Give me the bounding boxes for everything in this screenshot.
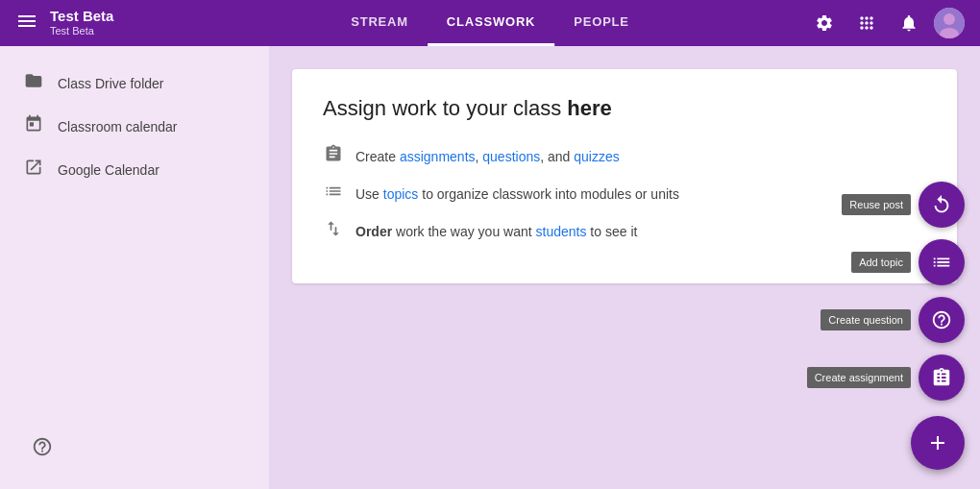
fab-area: Reuse post Add topic Create question: [884, 46, 980, 489]
fab-row-add-topic: Add topic: [851, 239, 965, 285]
assign-title: Assign work to your class here: [323, 96, 926, 121]
header-right: [807, 6, 965, 40]
nav-classwork[interactable]: CLASSWORK: [428, 0, 554, 46]
assign-row-assignments: Create assignments, questions, and quizz…: [323, 144, 926, 168]
app-subtitle: Test Beta: [50, 25, 113, 37]
assign-row-topics: Use topics to organize classwork into mo…: [323, 182, 926, 206]
settings-icon[interactable]: [807, 6, 842, 40]
user-avatar[interactable]: [934, 8, 965, 38]
tooltip-create-assignment: Create assignment: [807, 367, 911, 388]
notifications-icon[interactable]: [892, 6, 926, 40]
hamburger-menu-icon[interactable]: [15, 10, 38, 37]
header-nav: STREAM CLASSWORK PEOPLE: [331, 0, 649, 46]
app-title: Test Beta: [50, 8, 113, 25]
main-content: Class Drive folder Classroom calendar Go…: [0, 46, 980, 489]
fab-create-assignment-button[interactable]: [919, 355, 965, 401]
fab-reuse-post-button[interactable]: [919, 182, 965, 228]
fab-row-create-assignment: Create assignment: [807, 355, 965, 401]
sidebar-label-google-calendar: Google Calendar: [58, 162, 159, 178]
sidebar-label-class-drive: Class Drive folder: [58, 76, 163, 91]
nav-stream[interactable]: STREAM: [331, 0, 428, 46]
assign-row-text-1: Create assignments, questions, and quizz…: [355, 149, 620, 164]
sidebar: Class Drive folder Classroom calendar Go…: [0, 46, 269, 489]
tooltip-reuse-post: Reuse post: [842, 194, 911, 215]
tooltip-create-question: Create question: [821, 309, 911, 330]
svg-point-1: [943, 13, 955, 25]
sidebar-item-google-calendar[interactable]: Google Calendar: [0, 148, 269, 191]
header: Test Beta Test Beta STREAM CLASSWORK PEO…: [0, 0, 980, 46]
external-link-icon: [23, 158, 44, 182]
assign-row-text-2: Use topics to organize classwork into mo…: [355, 186, 679, 202]
tooltip-add-topic: Add topic: [851, 252, 911, 273]
apps-icon[interactable]: [849, 6, 884, 40]
app-title-block: Test Beta Test Beta: [50, 8, 113, 37]
nav-people[interactable]: PEOPLE: [554, 0, 649, 46]
calendar-icon: [23, 114, 44, 138]
header-left: Test Beta Test Beta: [15, 8, 208, 37]
fab-create-question-button[interactable]: [919, 297, 965, 343]
sidebar-label-classroom-calendar: Classroom calendar: [58, 119, 178, 134]
fab-add-topic-button[interactable]: [919, 239, 965, 285]
fab-main-button[interactable]: [911, 416, 965, 470]
swap-vert-icon: [323, 219, 344, 243]
folder-icon: [23, 71, 44, 95]
assignment-icon: [323, 144, 344, 168]
list-icon: [323, 182, 344, 206]
sidebar-item-class-drive[interactable]: Class Drive folder: [0, 61, 269, 105]
sidebar-item-classroom-calendar[interactable]: Classroom calendar: [0, 105, 269, 148]
assign-row-order: Order work the way you want students to …: [323, 219, 926, 243]
fab-row-reuse: Reuse post: [842, 182, 965, 228]
assign-row-text-3: Order work the way you want students to …: [355, 224, 637, 239]
fab-row-create-question: Create question: [821, 297, 965, 343]
